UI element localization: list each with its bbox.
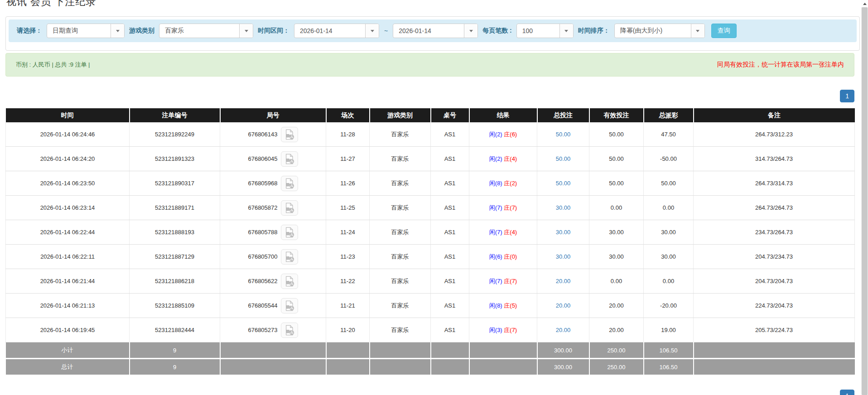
round-number-group: 676805788 bbox=[222, 225, 324, 240]
chevron-down-icon[interactable] bbox=[111, 24, 124, 38]
video-replay-button[interactable] bbox=[281, 323, 298, 338]
chevron-down-icon[interactable] bbox=[559, 24, 573, 38]
date-to-select[interactable]: 2026-01-14 bbox=[393, 24, 478, 38]
grand-total-valid-bet: 250.00 bbox=[589, 359, 644, 375]
column-header-10: 备注 bbox=[694, 108, 855, 122]
column-header-1: 注单编号 bbox=[130, 108, 220, 122]
table-row: 2026-01-14 06:24:20523121891323676806045… bbox=[6, 147, 855, 171]
cell-table-number: AS1 bbox=[431, 269, 469, 294]
table-row: 2026-01-14 06:21:44523121886218676805622… bbox=[6, 269, 855, 294]
query-type-label: 请选择： bbox=[17, 27, 42, 35]
cell-game-type: 百家乐 bbox=[370, 122, 431, 147]
cell-result: 闲(2) 庄(4) bbox=[469, 147, 537, 171]
cell-game-type: 百家乐 bbox=[370, 294, 431, 318]
cell-table-number: AS1 bbox=[431, 318, 469, 342]
cell-table-number: AS1 bbox=[431, 220, 469, 245]
summary-bar: 币别 : 人民币 | 总共 :9 注单 | 同局有效投注，统一计算在该局第一张注… bbox=[5, 53, 854, 77]
banker-result: 庄(5) bbox=[504, 302, 517, 309]
scroll-up-arrow-icon[interactable] bbox=[861, 0, 868, 7]
total-bet-link[interactable]: 50.00 bbox=[556, 131, 571, 138]
table-row: 2026-01-14 06:24:46523121892249676806143… bbox=[6, 122, 855, 147]
video-replay-button[interactable] bbox=[281, 200, 298, 216]
banker-result: 庄(0) bbox=[504, 253, 517, 260]
total-bet-link[interactable]: 50.00 bbox=[556, 180, 571, 187]
scrollbar-thumb[interactable] bbox=[862, 7, 868, 395]
video-replay-button[interactable] bbox=[281, 249, 298, 265]
column-header-7: 总投注 bbox=[537, 108, 589, 122]
grand-total-row: 总计 9 300.00 250.00 106.50 bbox=[6, 359, 855, 375]
pagination-page-1-top[interactable]: 1 bbox=[840, 90, 854, 102]
subtotal-valid-bet: 250.00 bbox=[589, 342, 644, 359]
cell-game-type: 百家乐 bbox=[370, 220, 431, 245]
time-sort-select[interactable]: 降幂(由大到小) bbox=[614, 24, 705, 38]
cell-valid-bet: 50.00 bbox=[589, 122, 644, 147]
per-page-select[interactable]: 100 bbox=[516, 24, 574, 38]
cell-time: 2026-01-14 06:21:13 bbox=[6, 294, 130, 318]
cell-table-number: AS1 bbox=[431, 122, 469, 147]
subtotal-row: 小计 9 300.00 250.00 106.50 bbox=[6, 342, 855, 359]
cell-valid-bet: 0.00 bbox=[589, 269, 644, 294]
total-bet-link[interactable]: 20.00 bbox=[556, 302, 571, 309]
vertical-scrollbar[interactable] bbox=[861, 0, 868, 395]
cell-bet-number: 523121885109 bbox=[130, 294, 220, 318]
video-replay-button[interactable] bbox=[281, 151, 298, 167]
cell-table-number: AS1 bbox=[431, 171, 469, 196]
banker-result: 庄(6) bbox=[504, 131, 517, 138]
table-row: 2026-01-14 06:22:11523121887129676805700… bbox=[6, 245, 855, 269]
total-bet-link[interactable]: 20.00 bbox=[556, 327, 571, 333]
video-replay-button[interactable] bbox=[281, 298, 298, 313]
chevron-down-icon[interactable] bbox=[464, 24, 477, 38]
subtotal-count: 9 bbox=[130, 342, 220, 359]
video-replay-button[interactable] bbox=[281, 127, 298, 142]
cell-valid-bet: 0.00 bbox=[589, 196, 644, 220]
column-header-3: 场次 bbox=[326, 108, 370, 122]
date-from-select[interactable]: 2026-01-14 bbox=[294, 24, 379, 38]
player-result: 闲(7) bbox=[489, 278, 502, 284]
cell-time: 2026-01-14 06:22:44 bbox=[6, 220, 130, 245]
player-result: 闲(2) bbox=[489, 155, 502, 162]
cell-game-type: 百家乐 bbox=[370, 196, 431, 220]
total-bet-link[interactable]: 30.00 bbox=[556, 253, 571, 260]
game-type-select[interactable]: 百家乐 bbox=[159, 24, 253, 38]
cell-game-type: 百家乐 bbox=[370, 269, 431, 294]
query-type-select[interactable]: 日期查询 bbox=[47, 24, 125, 38]
cell-round-number: 676805872 bbox=[220, 196, 326, 220]
valid-bet-notice-text: 同局有效投注，统一计算在该局第一张注单内 bbox=[717, 61, 844, 69]
video-replay-button[interactable] bbox=[281, 176, 298, 191]
subtotal-label: 小计 bbox=[6, 342, 130, 359]
total-bet-link[interactable]: 20.00 bbox=[556, 278, 571, 284]
cell-payout: 0.00 bbox=[644, 269, 694, 294]
total-bet-link[interactable]: 50.00 bbox=[556, 155, 571, 162]
chevron-down-icon[interactable] bbox=[365, 24, 379, 38]
video-file-icon bbox=[284, 129, 295, 140]
player-result: 闲(8) bbox=[489, 302, 502, 309]
banker-result: 庄(7) bbox=[504, 278, 517, 284]
column-header-6: 结果 bbox=[469, 108, 537, 122]
round-number-text: 676806045 bbox=[248, 155, 277, 162]
cell-session: 11-21 bbox=[326, 294, 370, 318]
chevron-down-icon[interactable] bbox=[691, 24, 704, 38]
cell-payout: 50.00 bbox=[644, 171, 694, 196]
date-to-value: 2026-01-14 bbox=[393, 24, 464, 38]
total-bet-link[interactable]: 30.00 bbox=[556, 204, 571, 211]
pagination-page-1-bottom[interactable]: 1 bbox=[840, 390, 854, 395]
cell-result: 闲(7) 庄(7) bbox=[469, 269, 537, 294]
cell-time: 2026-01-14 06:23:50 bbox=[6, 171, 130, 196]
chevron-down-icon[interactable] bbox=[239, 24, 253, 38]
table-body: 2026-01-14 06:24:46523121892249676806143… bbox=[6, 122, 855, 342]
time-sort-label: 时间排序： bbox=[578, 27, 610, 35]
cell-result: 闲(7) 庄(4) bbox=[469, 220, 537, 245]
video-replay-button[interactable] bbox=[281, 274, 298, 289]
round-number-group: 676805700 bbox=[222, 249, 324, 265]
video-replay-button[interactable] bbox=[281, 225, 298, 240]
cell-round-number: 676805622 bbox=[220, 269, 326, 294]
round-number-text: 676805544 bbox=[248, 302, 277, 309]
search-button[interactable]: 查询 bbox=[711, 24, 737, 38]
banker-result: 庄(4) bbox=[504, 229, 517, 236]
cell-time: 2026-01-14 06:24:46 bbox=[6, 122, 130, 147]
filter-bar: 请选择： 日期查询 游戏类别 百家乐 时间区间： 2026-01-14 ~ 20… bbox=[9, 19, 857, 42]
banker-result: 庄(2) bbox=[504, 180, 517, 187]
table-row: 2026-01-14 06:19:45523121882444676805273… bbox=[6, 318, 855, 342]
total-bet-link[interactable]: 30.00 bbox=[556, 229, 571, 236]
grand-total-payout: 106.50 bbox=[644, 359, 694, 375]
